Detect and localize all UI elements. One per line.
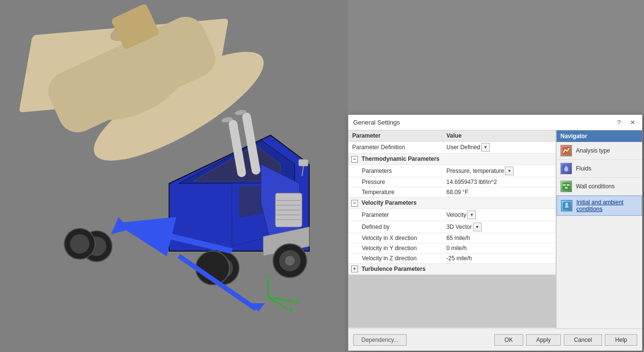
value-text: 14.6959473 lbf/in^2 [446,179,497,185]
svg-rect-48 [565,187,568,189]
table-row: − Velocity Parameters [348,197,556,209]
fluids-nav-icon [560,163,572,174]
dropdown-arrow-icon[interactable]: ▼ [481,143,490,152]
table-row: Parameter Velocity ▼ [348,209,556,221]
table-row: Velocity in Z direction -25 mile/h [348,253,556,263]
table-row: + Turbulence Parameters [348,263,556,275]
param-value[interactable]: Velocity ▼ [443,209,556,221]
param-name: Parameters [348,165,443,177]
svg-point-13 [285,256,295,266]
initial-nav-icon [561,200,572,211]
nav-items-container: Analysis type Fluids Wall conditions Ini… [557,142,642,216]
navigator-header: Navigator [557,130,642,142]
nav-item-initial-ambient[interactable]: Initial and ambient conditions [557,196,642,216]
param-value[interactable]: 3D Vector ▼ [443,221,556,233]
value-text: 3D Vector [446,224,472,230]
table-row: Parameter Definition User Defined ▼ [348,141,556,154]
params-panel: Parameter Value Parameter Definition Use… [348,130,556,328]
value-text: User Defined [446,144,480,151]
svg-text:Z: Z [296,298,300,304]
section-label[interactable]: − Thermodynamic Parameters [348,154,556,165]
param-name: Defined by [348,221,443,233]
params-empty-area [348,275,556,328]
value-text: 68.09 °F [446,189,469,196]
param-name: Pressure [348,177,443,187]
svg-text:X: X [289,307,293,312]
dialog-controls: ? ✕ [614,118,637,127]
svg-text:Y: Y [266,274,270,280]
dependency-button[interactable]: Dependency... [353,334,407,346]
table-row: − Thermodynamic Parameters [348,154,556,165]
section-title: Turbulence Parameters [361,266,426,272]
nav-item-wall-conditions[interactable]: Wall conditions [557,178,642,196]
svg-rect-45 [562,183,570,190]
dropdown-arrow-icon[interactable]: ▼ [505,167,514,175]
value-text: Pressure, temperature [446,168,504,174]
section-toggle-icon[interactable]: − [351,156,358,163]
section-toggle-icon[interactable]: − [351,200,358,207]
table-row: Parameters Pressure, temperature ▼ [348,165,556,177]
table-row: Defined by 3D Vector ▼ [348,221,556,233]
param-value[interactable]: Pressure, temperature ▼ [443,165,556,177]
table-header-row: Parameter Value [348,130,556,141]
dialog-title: General Settings [353,119,400,126]
section-label[interactable]: + Turbulence Parameters [348,263,556,275]
table-row: Temperature 68.09 °F [348,187,556,197]
nav-label-initial-ambient: Initial and ambient conditions [576,199,638,212]
param-value: -25 mile/h [443,253,556,263]
cancel-button[interactable]: Cancel [564,334,602,346]
ok-button[interactable]: OK [494,334,523,346]
section-label[interactable]: − Velocity Parameters [348,197,556,209]
param-value: 65 mile/h [443,233,556,243]
nav-label-analysis-type: Analysis type [576,147,610,154]
nav-label-wall-conditions: Wall conditions [576,183,615,190]
section-toggle-icon[interactable]: + [351,266,358,272]
svg-rect-47 [567,184,570,186]
param-value[interactable]: User Defined ▼ [443,141,556,154]
value-text: 65 mile/h [446,235,470,241]
param-name: Velocity in Y direction [348,243,443,253]
param-value: 68.09 °F [443,187,556,197]
svg-rect-46 [563,184,566,186]
section-title: Velocity Parameters [361,199,416,206]
param-name: Velocity in Z direction [348,253,443,263]
col-header-value: Value [443,130,556,141]
wall-nav-icon [560,181,572,192]
help-icon-button[interactable]: ? [614,118,624,127]
general-settings-dialog: General Settings ? ✕ Parameter Value [348,114,643,351]
table-row: Velocity in X direction 65 mile/h [348,233,556,243]
param-name: Temperature [348,187,443,197]
param-name: Parameter Definition [348,141,443,154]
col-header-param: Parameter [348,130,443,141]
action-buttons: OK Apply Cancel Help [494,334,637,346]
param-name: Velocity in X direction [348,233,443,243]
truck-svg: X Y Z [0,0,348,352]
dropdown-arrow-icon[interactable]: ▼ [467,211,476,219]
dropdown-arrow-icon[interactable]: ▼ [473,223,482,231]
svg-point-20 [70,234,89,253]
table-row: Pressure 14.6959473 lbf/in^2 [348,177,556,187]
dialog-titlebar: General Settings ? ✕ [348,115,642,130]
nav-item-fluids[interactable]: Fluids [557,160,642,178]
params-table: Parameter Value Parameter Definition Use… [348,130,556,275]
close-button[interactable]: ✕ [628,118,637,127]
param-name: Parameter [348,209,443,221]
navigator-panel: Navigator Analysis type Fluids Wall cond… [556,130,642,328]
nav-item-analysis-type[interactable]: Analysis type [557,142,642,160]
help-button[interactable]: Help [605,334,637,346]
apply-button[interactable]: Apply [526,334,561,346]
dialog-body: Parameter Value Parameter Definition Use… [348,130,642,328]
value-text: Velocity [446,211,466,218]
svg-point-50 [565,203,568,206]
analysis-nav-icon [560,145,572,156]
table-row: Velocity in Y direction 0 mile/h [348,243,556,253]
dialog-bottom-bar: Dependency... OK Apply Cancel Help [348,328,642,351]
section-title: Thermodynamic Parameters [361,155,439,162]
value-text: -25 mile/h [446,255,472,262]
param-value: 0 mile/h [443,243,556,253]
svg-rect-38 [299,159,308,166]
nav-label-fluids: Fluids [576,165,591,172]
param-value: 14.6959473 lbf/in^2 [443,177,556,187]
value-text: 0 mile/h [446,245,467,252]
